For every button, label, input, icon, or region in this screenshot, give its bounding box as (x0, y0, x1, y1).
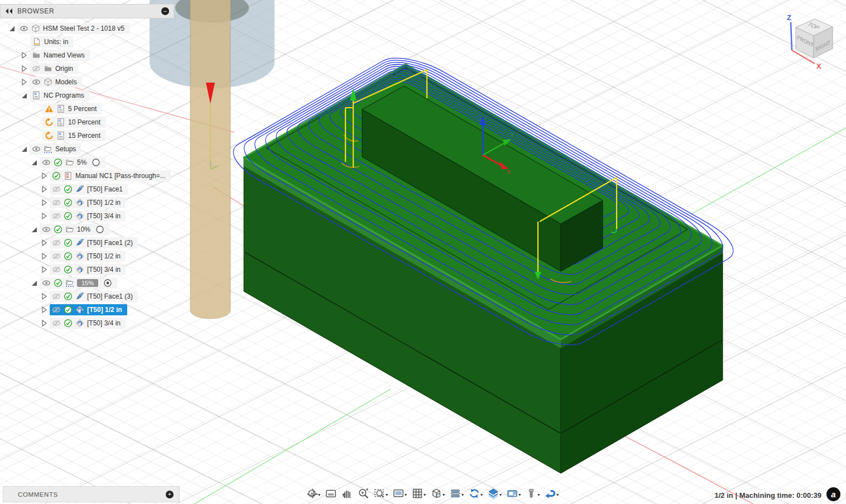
gridset-button[interactable]: ▾ (411, 487, 426, 502)
dropdown-caret-icon[interactable]: ▾ (462, 492, 464, 497)
eye-off-icon[interactable] (52, 185, 61, 194)
tree-item[interactable]: [T50] Face1 (50, 184, 128, 195)
check-icon[interactable] (64, 265, 73, 274)
tree-item[interactable]: Origin (30, 63, 78, 74)
tree-row[interactable]: Units: in (0, 35, 174, 49)
display-button[interactable]: ▾ (392, 487, 407, 502)
tree-item[interactable]: [T50] Face1 (2) (50, 237, 138, 248)
check-icon[interactable] (64, 292, 73, 301)
check-icon[interactable] (64, 252, 73, 261)
tree-row[interactable]: [T50] Face1 (3) (0, 290, 174, 303)
dropdown-caret-icon[interactable]: ▾ (537, 492, 540, 497)
default-setup-radio-icon[interactable] (92, 158, 100, 167)
dropdown-caret-icon[interactable]: ▾ (386, 492, 388, 497)
expand-triangle-icon[interactable] (40, 252, 48, 260)
assistant-icon[interactable]: a (826, 487, 840, 501)
eye-icon[interactable] (42, 279, 51, 287)
viewports-button[interactable]: ▾ (430, 487, 445, 502)
stockic-button[interactable]: ▾ (487, 487, 502, 502)
tree-row[interactable]: [T50] 1/2 in (0, 196, 174, 209)
tree-item[interactable]: [T50] 1/2 in (50, 197, 126, 208)
dropdown-caret-icon[interactable]: ▾ (318, 492, 320, 497)
expand-triangle-open-icon[interactable] (20, 92, 28, 99)
orbit-button[interactable]: ▾ (306, 487, 321, 502)
tree-row[interactable]: [T50] 3/4 in (0, 209, 174, 223)
tree-item[interactable]: G10 Percent (42, 117, 105, 128)
expand-triangle-icon[interactable] (40, 306, 48, 314)
check-icon[interactable] (54, 279, 63, 287)
tree-item[interactable]: Setups (30, 143, 81, 155)
tree-row[interactable]: Models (0, 75, 174, 89)
expand-triangle-icon[interactable] (40, 319, 48, 327)
dropdown-caret-icon[interactable]: ▾ (499, 492, 502, 497)
eye-icon[interactable] (32, 145, 41, 153)
simloop-button[interactable]: ▾ (468, 487, 483, 502)
layers-button[interactable]: ▾ (449, 487, 464, 502)
eye-off-icon[interactable] (52, 252, 61, 261)
eye-off-icon[interactable] (52, 292, 61, 301)
eye-off-icon[interactable] (32, 64, 41, 73)
tree-row[interactable]: 5% (0, 156, 174, 169)
tree-item[interactable]: 10% (40, 224, 109, 235)
tree-row[interactable]: G10 Percent (0, 116, 174, 129)
tree-row[interactable]: [T50] Face1 (0, 183, 174, 196)
expand-triangle-icon[interactable] (40, 266, 48, 273)
tree-row[interactable]: [T50] 3/4 in (0, 263, 174, 276)
browser-header[interactable]: BROWSER − (0, 4, 174, 18)
check-icon[interactable] (52, 171, 61, 180)
tree-row[interactable]: [T50] 1/2 in (0, 303, 174, 316)
tree-row[interactable]: G5 Percent (0, 102, 174, 116)
expand-triangle-icon[interactable] (40, 292, 48, 300)
dropdown-caret-icon[interactable]: ▾ (518, 492, 521, 497)
tree-row[interactable]: G15 Percent (0, 129, 174, 142)
lookat-button[interactable] (325, 487, 337, 502)
expand-triangle-open-icon[interactable] (20, 145, 28, 153)
tree-row[interactable]: [T50] 3/4 in (0, 316, 174, 330)
expand-triangle-icon[interactable] (40, 199, 48, 207)
tree-item[interactable]: Models (30, 76, 82, 88)
eye-off-icon[interactable] (52, 305, 61, 314)
tree-item[interactable]: 0102Manual NC1 [Pass-through=... (50, 170, 171, 181)
tree-item[interactable]: [T50] 3/4 in (50, 210, 126, 222)
viewcube[interactable]: TOP FRONT RIGHT Z X (779, 10, 845, 73)
tree-item[interactable]: HSM Steel Test 2 - 1018 v5 (17, 23, 129, 34)
expand-triangle-open-icon[interactable] (30, 279, 38, 287)
tree-row[interactable]: GNC Programs (0, 89, 174, 102)
expand-triangle-open-icon[interactable] (30, 159, 38, 166)
expand-triangle-open-icon[interactable] (30, 225, 38, 233)
dropdown-caret-icon[interactable]: ▾ (405, 492, 407, 497)
tree-item[interactable]: GNC Programs (30, 90, 89, 101)
eye-off-icon[interactable] (52, 265, 61, 274)
tree-row[interactable]: Setups (0, 142, 174, 156)
tree-row[interactable]: 0102Manual NC1 [Pass-through=... (0, 169, 174, 183)
dropdown-caret-icon[interactable]: ▾ (556, 492, 559, 497)
expand-triangle-icon[interactable] (20, 65, 28, 73)
tree-item[interactable]: [T50] 3/4 in (50, 264, 126, 275)
tree-item[interactable]: 15% (40, 277, 117, 289)
tree-item[interactable]: [T50] 3/4 in (50, 318, 126, 329)
patharrow-button[interactable]: ▾ (544, 487, 559, 502)
tree-item[interactable]: G15 Percent (42, 130, 105, 141)
expand-triangle-icon[interactable] (20, 51, 28, 59)
tree-item[interactable]: Units: in (30, 36, 73, 47)
expand-triangle-icon[interactable] (40, 212, 48, 220)
check-icon[interactable] (64, 305, 73, 314)
collapse-panel-icon[interactable] (5, 8, 13, 15)
check-icon[interactable] (64, 238, 73, 247)
eye-icon[interactable] (20, 24, 28, 33)
eye-icon[interactable] (42, 158, 51, 167)
dropdown-caret-icon[interactable]: ▾ (424, 492, 426, 497)
tree-row[interactable]: Named Views (0, 49, 174, 62)
eye-off-icon[interactable] (52, 238, 61, 247)
expand-triangle-open-icon[interactable] (8, 25, 16, 32)
eye-icon[interactable] (42, 225, 51, 234)
add-comment-button[interactable]: + (166, 491, 174, 498)
tree-row[interactable]: HSM Steel Test 2 - 1018 v5 (0, 22, 174, 35)
tree-item[interactable]: G5 Percent (42, 103, 102, 114)
dropdown-caret-icon[interactable]: ▾ (480, 492, 483, 497)
default-setup-radio-selected-icon[interactable] (103, 279, 112, 287)
comments-bar[interactable]: COMMENTS + (3, 486, 180, 502)
check-icon[interactable] (64, 185, 73, 194)
check-icon[interactable] (64, 198, 73, 207)
fitwin-button[interactable]: ▾ (373, 487, 388, 502)
